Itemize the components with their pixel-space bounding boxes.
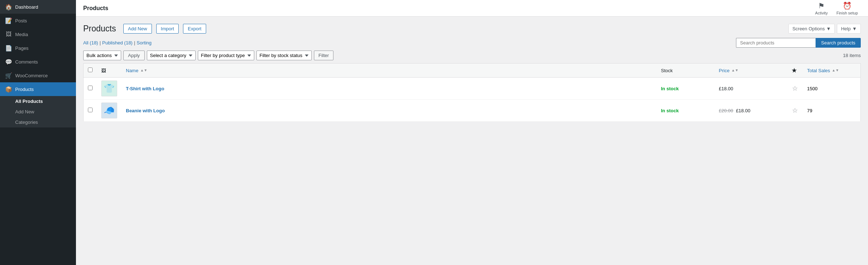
sidebar-sub-categories[interactable]: Categories bbox=[0, 117, 76, 127]
activity-icon: ⚑ bbox=[818, 1, 825, 10]
page-header: Products Add New Import Export Screen Op… bbox=[83, 24, 861, 34]
help-button[interactable]: Help ▼ bbox=[837, 24, 861, 34]
filter-sorting-label: Sorting bbox=[137, 40, 152, 45]
th-total-sales-label: Total Sales bbox=[807, 68, 830, 73]
sort-price-link[interactable]: Price ▲▼ bbox=[719, 68, 739, 73]
product-type-select[interactable]: Filter by product type bbox=[198, 51, 254, 60]
row-checkbox[interactable] bbox=[88, 108, 93, 112]
screen-options-label: Screen Options bbox=[792, 26, 825, 31]
sidebar: 🏠 Dashboard 📝 Posts 🖼 Media 📄 Pages 💬 Co… bbox=[0, 0, 76, 265]
sort-name-arrows: ▲▼ bbox=[140, 69, 148, 72]
main-content: Products ⚑ Activity ⏰ Finish setup Produ… bbox=[76, 0, 868, 265]
filter-published-link[interactable]: Published (18) bbox=[102, 40, 133, 45]
stock-status: In stock bbox=[661, 108, 679, 113]
product-name-link[interactable]: T-Shirt with Logo bbox=[126, 86, 164, 91]
th-name-label: Name bbox=[126, 68, 139, 73]
row-name-cell: Beanie with Logo bbox=[122, 100, 657, 122]
stock-status-select[interactable]: Filter by stock status bbox=[256, 51, 312, 60]
filter-all-link[interactable]: All (18) bbox=[83, 40, 98, 45]
product-price: £18.00 bbox=[719, 86, 733, 91]
page-title: Products bbox=[83, 24, 116, 34]
th-stock: Stock bbox=[657, 64, 715, 78]
th-checkbox bbox=[84, 64, 97, 78]
filter-sorting-link[interactable]: Sorting bbox=[137, 40, 152, 45]
screen-options-chevron-icon: ▼ bbox=[826, 26, 831, 31]
sidebar-item-media[interactable]: 🖼 Media bbox=[0, 27, 76, 41]
select-all-checkbox[interactable] bbox=[88, 68, 93, 72]
filter-sep-1: | bbox=[99, 40, 101, 45]
products-table: 🖼 Name ▲▼ Stock Price ▲▼ bbox=[83, 63, 861, 122]
row-checkbox[interactable] bbox=[88, 86, 93, 90]
sort-name-link[interactable]: Name ▲▼ bbox=[126, 68, 147, 73]
sidebar-sub-all-products[interactable]: All Products bbox=[0, 96, 76, 107]
row-price-cell: £20.00 £18.00 bbox=[715, 100, 787, 122]
th-featured: ★ bbox=[787, 64, 803, 78]
row-name-cell: T-Shirt with Logo bbox=[122, 78, 657, 100]
screen-options-button[interactable]: Screen Options ▼ bbox=[788, 24, 835, 34]
sort-price-arrows: ▲▼ bbox=[731, 69, 739, 72]
sidebar-item-dashboard[interactable]: 🏠 Dashboard bbox=[0, 0, 76, 14]
th-price: Price ▲▼ bbox=[715, 64, 787, 78]
add-new-button[interactable]: Add New bbox=[123, 24, 152, 34]
sidebar-item-label: Pages bbox=[15, 45, 29, 51]
products-icon: 📦 bbox=[5, 86, 12, 93]
row-checkbox-cell bbox=[84, 78, 97, 100]
filter-nav: All (18) | Published (18) | Sorting Sear… bbox=[83, 38, 861, 48]
finish-setup-button[interactable]: ⏰ Finish setup bbox=[834, 0, 861, 17]
th-image: 🖼 bbox=[97, 64, 122, 78]
product-thumbnail: 👕 bbox=[101, 81, 117, 96]
sidebar-item-products[interactable]: 📦 Products bbox=[0, 82, 76, 96]
apply-button[interactable]: Apply bbox=[123, 51, 145, 60]
featured-toggle[interactable]: ☆ bbox=[792, 85, 798, 92]
table-body: 👕 T-Shirt with Logo In stock £18.00 ☆ bbox=[84, 78, 861, 122]
filter-links: All (18) | Published (18) | Sorting bbox=[83, 40, 152, 45]
sidebar-item-woocommerce[interactable]: 🛒 WooCommerce bbox=[0, 69, 76, 82]
export-button[interactable]: Export bbox=[183, 24, 206, 34]
bulk-actions-select[interactable]: Bulk actions bbox=[83, 51, 121, 60]
dashboard-icon: 🏠 bbox=[5, 3, 12, 10]
pages-icon: 📄 bbox=[5, 44, 12, 52]
th-name: Name ▲▼ bbox=[122, 64, 657, 78]
page-header-left: Products Add New Import Export bbox=[83, 24, 206, 34]
items-count: 18 items bbox=[843, 53, 861, 58]
sidebar-item-label: Dashboard bbox=[15, 4, 38, 10]
sidebar-item-posts[interactable]: 📝 Posts bbox=[0, 14, 76, 27]
sidebar-nav: 🏠 Dashboard 📝 Posts 🖼 Media 📄 Pages 💬 Co… bbox=[0, 0, 76, 127]
product-price-new: £18.00 bbox=[736, 108, 750, 113]
filter-sep-2: | bbox=[134, 40, 135, 45]
row-checkbox-cell bbox=[84, 100, 97, 122]
row-featured-cell: ☆ bbox=[787, 78, 803, 100]
sidebar-item-comments[interactable]: 💬 Comments bbox=[0, 55, 76, 69]
content-area: Products Add New Import Export Screen Op… bbox=[76, 17, 868, 265]
filter-button[interactable]: Filter bbox=[314, 51, 334, 60]
table-row: 👕 T-Shirt with Logo In stock £18.00 ☆ bbox=[84, 78, 861, 100]
topbar-actions: ⚑ Activity ⏰ Finish setup bbox=[812, 0, 861, 17]
filter-published-count: (18) bbox=[124, 40, 132, 45]
table-row: 🧢 Beanie with Logo In stock £20.00 £18.0… bbox=[84, 100, 861, 122]
sidebar-item-label: Posts bbox=[15, 18, 27, 23]
th-stock-label: Stock bbox=[661, 68, 673, 73]
th-price-label: Price bbox=[719, 68, 730, 73]
sort-sales-link[interactable]: Total Sales ▲▼ bbox=[807, 68, 839, 73]
woocommerce-icon: 🛒 bbox=[5, 72, 12, 79]
sidebar-sub-add-new[interactable]: Add New bbox=[0, 107, 76, 117]
category-select[interactable]: Select a category bbox=[147, 51, 196, 60]
row-price-cell: £18.00 bbox=[715, 78, 787, 100]
search-box: Search products bbox=[736, 38, 861, 48]
search-button[interactable]: Search products bbox=[816, 38, 861, 48]
product-name-link[interactable]: Beanie with Logo bbox=[126, 108, 165, 113]
filter-published-label: Published bbox=[102, 40, 123, 45]
page-header-right: Screen Options ▼ Help ▼ bbox=[788, 24, 861, 34]
table-header: 🖼 Name ▲▼ Stock Price ▲▼ bbox=[84, 64, 861, 78]
featured-toggle[interactable]: ☆ bbox=[792, 107, 798, 114]
row-image-cell: 👕 bbox=[97, 78, 122, 100]
search-input[interactable] bbox=[736, 38, 816, 48]
row-featured-cell: ☆ bbox=[787, 100, 803, 122]
activity-label: Activity bbox=[815, 11, 828, 15]
sidebar-item-pages[interactable]: 📄 Pages bbox=[0, 41, 76, 55]
row-sales-cell: 79 bbox=[803, 100, 861, 122]
import-button[interactable]: Import bbox=[156, 24, 179, 34]
activity-button[interactable]: ⚑ Activity bbox=[812, 0, 831, 17]
stock-status: In stock bbox=[661, 86, 679, 91]
sidebar-item-label: Comments bbox=[15, 59, 38, 65]
